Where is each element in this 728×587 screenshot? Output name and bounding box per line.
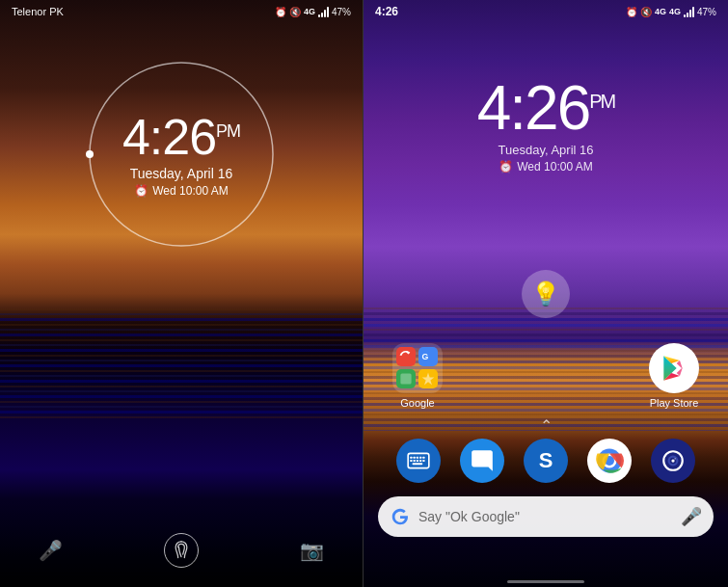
lock-screen: Telenor PK ⏰ 🔇 4G 47% 4:26PM Tuesday, Ap… bbox=[0, 0, 364, 587]
google-folder-label: Google bbox=[400, 397, 434, 409]
home-alarm-small-icon: ⏰ bbox=[499, 160, 513, 173]
google-icon-3 bbox=[396, 369, 416, 388]
home-signal-bars bbox=[684, 6, 694, 17]
svg-rect-13 bbox=[417, 460, 418, 462]
lock-alarm-icon: ⏰ bbox=[275, 7, 286, 17]
lock-fingerprint-icon[interactable] bbox=[164, 533, 199, 568]
svg-rect-8 bbox=[417, 457, 418, 459]
svg-text:G: G bbox=[422, 352, 429, 361]
svg-rect-7 bbox=[414, 457, 416, 459]
lock-mic-icon[interactable]: 🎤 bbox=[39, 539, 63, 562]
lock-clock-date: Tuesday, April 16 bbox=[122, 166, 240, 181]
home-clock-alarm: ⏰ Wed 10:00 AM bbox=[364, 160, 728, 173]
svg-rect-14 bbox=[419, 460, 421, 462]
home-clock-date: Tuesday, April 16 bbox=[364, 143, 728, 157]
google-icon-1 bbox=[396, 347, 416, 366]
google-g-logo bbox=[390, 506, 411, 527]
svg-rect-10 bbox=[422, 457, 424, 459]
dock-messages-icon[interactable] bbox=[460, 439, 504, 483]
camera-svg bbox=[661, 448, 686, 473]
search-bar[interactable]: Say "Ok Google" 🎤 bbox=[378, 496, 714, 537]
clock-content: 4:26PM Tuesday, April 16 ⏰ Wed 10:00 AM bbox=[122, 112, 240, 198]
chevron-up[interactable]: ⌃ bbox=[364, 416, 728, 435]
home-battery: 47% bbox=[697, 7, 716, 17]
clock-circle-container: 4:26PM Tuesday, April 16 ⏰ Wed 10:00 AM bbox=[85, 58, 278, 251]
google-folder-icon: G bbox=[392, 343, 443, 393]
lock-clock-alarm: ⏰ Wed 10:00 AM bbox=[122, 184, 240, 198]
play-store-label: Play Store bbox=[650, 397, 699, 409]
lock-battery: 47% bbox=[332, 7, 351, 17]
lock-bottom-bar: 🎤 📷 bbox=[0, 533, 363, 568]
app-dock: G Google bbox=[364, 343, 728, 491]
apps-row-1: G Google bbox=[364, 343, 728, 409]
dock-chrome-icon[interactable] bbox=[587, 439, 632, 483]
voice-search-icon[interactable]: 🎤 bbox=[681, 506, 702, 527]
keyboard-svg bbox=[406, 448, 431, 473]
home-indicator[interactable] bbox=[507, 580, 584, 583]
lightbulb-icon: 💡 bbox=[531, 280, 560, 307]
home-screen: 4:26 ⏰ 🔇 4G 4G 47% 4:26PM Tuesday, April… bbox=[364, 0, 728, 587]
home-4g-1-icon: 4G bbox=[655, 7, 666, 16]
lock-signal-bars bbox=[318, 6, 329, 17]
play-store-item[interactable]: Play Store bbox=[649, 343, 699, 409]
lightbulb-button[interactable]: 💡 bbox=[522, 270, 570, 318]
home-status-icons: ⏰ 🔇 4G 4G 47% bbox=[626, 6, 716, 17]
lock-stripes bbox=[0, 306, 363, 421]
lock-status-icons: ⏰ 🔇 4G 47% bbox=[275, 6, 351, 17]
svg-point-23 bbox=[671, 459, 674, 462]
home-status-time: 4:26 bbox=[375, 5, 398, 18]
lock-alarm-small-icon: ⏰ bbox=[134, 184, 148, 198]
home-clock-time: 4:26PM bbox=[364, 77, 728, 139]
svg-point-1 bbox=[86, 150, 94, 158]
play-store-svg bbox=[659, 353, 689, 384]
home-mute-icon: 🔇 bbox=[640, 7, 652, 17]
svg-rect-16 bbox=[413, 463, 423, 465]
google-icon-4 bbox=[418, 369, 438, 388]
lock-4g-icon: 4G bbox=[304, 7, 315, 16]
dock-shazam-icon[interactable]: S bbox=[524, 439, 568, 483]
svg-rect-3 bbox=[400, 373, 411, 384]
home-status-bar: 4:26 ⏰ 🔇 4G 4G 47% bbox=[364, 0, 728, 23]
google-icon-2: G bbox=[418, 347, 438, 366]
lock-carrier: Telenor PK bbox=[12, 6, 64, 17]
dock-camera-icon[interactable] bbox=[651, 439, 695, 483]
svg-rect-15 bbox=[422, 460, 424, 462]
play-store-icon bbox=[649, 343, 699, 393]
home-clock: 4:26PM Tuesday, April 16 ⏰ Wed 10:00 AM bbox=[364, 77, 728, 173]
search-placeholder: Say "Ok Google" bbox=[418, 509, 673, 524]
home-4g-2-icon: 4G bbox=[669, 7, 681, 16]
svg-point-24 bbox=[674, 458, 676, 460]
svg-rect-11 bbox=[410, 460, 412, 462]
home-alarm-icon: ⏰ bbox=[626, 7, 637, 17]
svg-marker-4 bbox=[422, 373, 435, 386]
dock-keyboard-icon[interactable] bbox=[396, 439, 441, 483]
messages-svg bbox=[470, 448, 495, 473]
lock-status-bar: Telenor PK ⏰ 🔇 4G 47% bbox=[0, 0, 363, 23]
dock-row: S bbox=[364, 439, 728, 483]
svg-rect-6 bbox=[410, 457, 412, 459]
lock-mute-icon: 🔇 bbox=[289, 7, 301, 17]
svg-rect-9 bbox=[419, 457, 421, 459]
lock-clock-time: 4:26PM bbox=[122, 112, 240, 162]
svg-rect-12 bbox=[414, 460, 416, 462]
chrome-svg bbox=[595, 446, 624, 475]
lock-camera-icon[interactable]: 📷 bbox=[300, 539, 324, 562]
google-folder-item[interactable]: G Google bbox=[392, 343, 443, 409]
